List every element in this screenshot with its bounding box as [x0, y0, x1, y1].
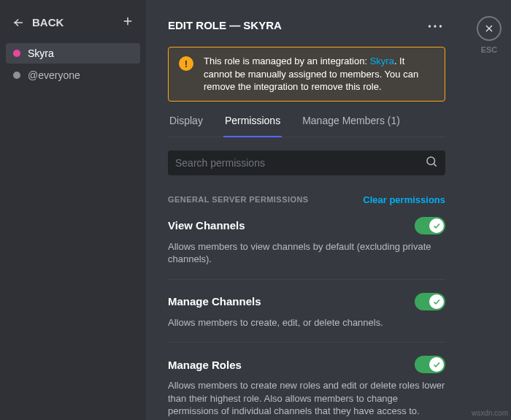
- role-item-skyra[interactable]: Skyra: [6, 43, 140, 64]
- tabs: Display Permissions Manage Members (1): [168, 115, 445, 137]
- permission-desc: Allows members to create new roles and e…: [168, 379, 445, 418]
- header-row: EDIT ROLE — SKYRA: [168, 16, 445, 34]
- page-title: EDIT ROLE — SKYRA: [168, 19, 282, 31]
- toggle-knob: [429, 357, 444, 372]
- close-column: ESC: [467, 0, 511, 420]
- section-heading-row: GENERAL SERVER PERMISSIONS Clear permiss…: [168, 194, 445, 205]
- svg-point-5: [439, 25, 442, 27]
- svg-point-6: [427, 157, 435, 165]
- clear-permissions-link[interactable]: Clear permissions: [363, 194, 445, 205]
- integration-link[interactable]: Skyra: [370, 56, 394, 66]
- role-item-everyone[interactable]: @everyone: [6, 65, 140, 85]
- svg-line-7: [434, 164, 436, 167]
- search-icon: [425, 155, 438, 170]
- role-name: @everyone: [28, 69, 80, 81]
- permission-title: Manage Roles: [168, 359, 242, 371]
- arrow-left-icon: [12, 16, 25, 29]
- sidebar-header: BACK: [6, 12, 140, 43]
- toggle-manage-channels[interactable]: [415, 293, 445, 310]
- section-heading: GENERAL SERVER PERMISSIONS: [168, 195, 309, 204]
- toggle-knob: [429, 218, 444, 233]
- toggle-knob: [429, 294, 444, 309]
- permission-desc: Allows members to create, edit, or delet…: [168, 316, 445, 329]
- permission-title: View Channels: [168, 219, 245, 232]
- search-permissions[interactable]: [168, 150, 445, 175]
- role-color-dot: [13, 50, 20, 57]
- close-icon: [483, 23, 495, 34]
- toggle-manage-roles[interactable]: [415, 356, 445, 373]
- notice-text: This role is managed by an integration: …: [204, 55, 434, 93]
- check-icon: [432, 360, 441, 369]
- svg-point-4: [434, 25, 436, 27]
- check-icon: [432, 297, 441, 306]
- close-button[interactable]: [477, 16, 502, 41]
- toggle-view-channels[interactable]: [415, 217, 445, 234]
- permission-desc: Allows members to view channels by defau…: [168, 240, 445, 266]
- more-horizontal-icon: [428, 24, 442, 28]
- esc-label: ESC: [481, 45, 498, 54]
- main-panel: EDIT ROLE — SKYRA ! This role is managed…: [146, 0, 467, 420]
- add-role-button[interactable]: [121, 15, 134, 30]
- permission-manage-roles: Manage Roles Allows members to create ne…: [168, 356, 445, 420]
- plus-icon: [121, 15, 134, 28]
- back-label: BACK: [32, 16, 64, 28]
- tab-permissions[interactable]: Permissions: [223, 115, 282, 137]
- permission-manage-channels: Manage Channels Allows members to create…: [168, 293, 445, 343]
- check-icon: [432, 221, 441, 230]
- role-color-dot: [13, 72, 20, 79]
- warning-icon: !: [179, 56, 193, 71]
- tab-display[interactable]: Display: [168, 115, 204, 137]
- role-name: Skyra: [28, 47, 54, 59]
- watermark: wsxdn.com: [472, 409, 508, 417]
- back-button[interactable]: BACK: [12, 16, 64, 29]
- search-input[interactable]: [175, 157, 425, 169]
- permission-view-channels: View Channels Allows members to view cha…: [168, 217, 445, 280]
- svg-point-3: [429, 25, 431, 27]
- permission-title: Manage Channels: [168, 295, 261, 308]
- tab-manage-members[interactable]: Manage Members (1): [301, 115, 402, 137]
- integration-notice: ! This role is managed by an integration…: [168, 47, 445, 102]
- more-options-button[interactable]: [425, 16, 445, 34]
- roles-sidebar: BACK Skyra @everyone: [0, 0, 146, 420]
